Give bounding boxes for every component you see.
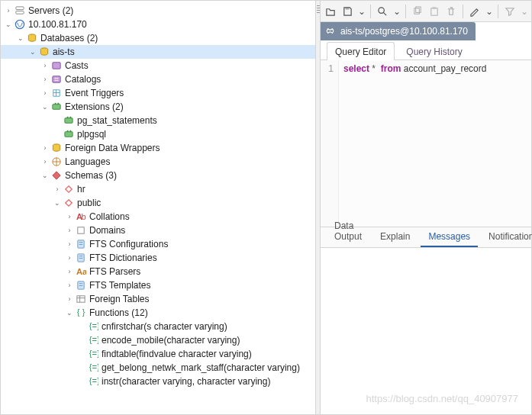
chevron-right-icon[interactable]: › xyxy=(40,88,50,98)
filter-icon xyxy=(502,3,517,20)
event-icon xyxy=(50,87,63,99)
chevron-right-icon[interactable]: › xyxy=(65,253,74,262)
chevron-down-icon[interactable]: ⌄ xyxy=(16,34,25,43)
chevron-down-icon[interactable]: ⌄ xyxy=(53,198,62,208)
tree-node[interactable]: ›Collations xyxy=(1,210,315,224)
tree-node[interactable]: ›Catalogs xyxy=(1,72,315,86)
tree-node[interactable]: ›Casts xyxy=(1,59,315,72)
tree-node[interactable]: ⌄public xyxy=(1,196,315,210)
toolbar-separator xyxy=(463,5,463,18)
chevron-right-icon[interactable]: › xyxy=(40,61,50,70)
code-token: select xyxy=(343,63,369,74)
func-icon xyxy=(75,307,87,319)
chevron-down-icon[interactable]: ⌄ xyxy=(484,3,494,20)
chevron-down-icon[interactable]: ⌄ xyxy=(28,47,37,56)
tree-node[interactable]: ›Foreign Data Wrappers xyxy=(1,141,315,155)
results-tab[interactable]: Explain xyxy=(372,227,418,247)
chevron-right-icon[interactable]: › xyxy=(65,240,74,249)
tree-node[interactable]: ⌄10.100.81.170 xyxy=(1,18,315,31)
open-icon[interactable] xyxy=(323,3,338,20)
editor-code[interactable]: select * from account_pay_record xyxy=(339,60,531,227)
pgserver-icon xyxy=(14,18,26,31)
chevron-down-icon[interactable]: ⌄ xyxy=(4,20,13,29)
ext-item-icon xyxy=(63,114,75,127)
chevron-right-icon[interactable]: › xyxy=(65,267,74,276)
chevron-right-icon[interactable]: › xyxy=(4,6,13,15)
copy-icon xyxy=(410,3,425,20)
tree-node[interactable]: ⌄Databases (2) xyxy=(1,31,315,45)
tree-node[interactable]: ›FTS Dictionaries xyxy=(1,251,315,265)
domain-icon xyxy=(75,224,87,236)
tree-node[interactable]: ⌄Functions (12) xyxy=(1,306,315,320)
find-icon[interactable] xyxy=(375,3,390,20)
tree-node[interactable]: findtable(findvalue character varying) xyxy=(1,347,315,361)
tree-node[interactable]: pg_stat_statements xyxy=(1,114,315,127)
connection-tab[interactable]: ais-ts/postgres@10.100.81.170 xyxy=(321,22,476,40)
tree-node-label: ais-ts xyxy=(53,47,75,57)
tree-node-label: findtable(findvalue character varying) xyxy=(102,349,252,359)
chevron-down-icon[interactable]: ⌄ xyxy=(65,308,74,317)
chevron-right-icon[interactable]: › xyxy=(65,294,74,304)
object-browser-tree[interactable]: ›Servers (2)⌄10.100.81.170⌄Databases (2)… xyxy=(1,1,316,414)
tree-node[interactable]: instr(character varying, character varyi… xyxy=(1,375,315,388)
tree-node[interactable]: ⌄ais-ts xyxy=(1,45,315,59)
tree-node-label: FTS Configurations xyxy=(89,239,168,249)
results-body xyxy=(321,248,531,414)
tree-node[interactable]: ⌄Schemas (3) xyxy=(1,169,315,182)
tree-node[interactable]: ›Domains xyxy=(1,224,315,237)
tree-node[interactable]: ›Foreign Tables xyxy=(1,292,315,306)
chevron-right-icon[interactable]: › xyxy=(65,281,74,290)
results-tab[interactable]: Messages xyxy=(421,227,478,247)
lang-icon xyxy=(50,156,63,168)
tree-node[interactable]: ›Servers (2) xyxy=(1,4,315,18)
code-token: from xyxy=(378,63,403,74)
ext-item-icon xyxy=(63,128,75,140)
chevron-right-icon[interactable]: › xyxy=(65,212,74,221)
tree-node-label: Databases (2) xyxy=(40,33,98,43)
tree-node[interactable]: ›hr xyxy=(1,182,315,196)
tree-node[interactable]: plpgsql xyxy=(1,127,315,141)
edit-icon[interactable] xyxy=(467,3,482,20)
func-fn-icon xyxy=(87,348,99,360)
tree-node-label: Catalogs xyxy=(65,74,101,85)
chevron-right-icon[interactable]: › xyxy=(65,226,74,235)
tree-node-label: encode_mobile(character varying) xyxy=(102,335,240,346)
chevron-right-icon[interactable]: › xyxy=(40,157,50,166)
collation-icon xyxy=(75,211,87,223)
tree-node-label: FTS Templates xyxy=(89,280,150,291)
query-toolbar: ⌄⌄⌄⌄ xyxy=(321,1,531,22)
tree-node-label: 10.100.81.170 xyxy=(28,19,87,30)
chevron-down-icon[interactable]: ⌄ xyxy=(392,3,401,20)
chevron-right-icon[interactable]: › xyxy=(53,185,62,194)
tree-node-label: Functions (12) xyxy=(89,307,148,318)
tree-node-label: Domains xyxy=(89,225,125,236)
sql-editor[interactable]: 1 select * from account_pay_record xyxy=(321,60,531,227)
chevron-right-icon[interactable]: › xyxy=(40,75,50,84)
tree-node[interactable]: cnfirstchar(s character varying) xyxy=(1,320,315,333)
tree-node[interactable]: encode_mobile(character varying) xyxy=(1,333,315,347)
chevron-down-icon[interactable]: ⌄ xyxy=(356,3,366,20)
splitter[interactable] xyxy=(316,1,321,414)
tree-node[interactable]: ›Languages xyxy=(1,155,315,169)
save-icon[interactable] xyxy=(340,3,355,20)
tree-node[interactable]: ›FTS Templates xyxy=(1,278,315,292)
editor-tab-bar: Query EditorQuery History xyxy=(321,40,531,60)
results-tab[interactable]: Data Output xyxy=(327,216,369,247)
chevron-down-icon[interactable]: ⌄ xyxy=(40,102,50,111)
tree-node[interactable]: get_belong_netwk_mark_staff(character va… xyxy=(1,361,315,375)
chevron-down-icon[interactable]: ⌄ xyxy=(40,171,50,180)
tree-node[interactable]: ›Event Triggers xyxy=(1,86,315,100)
editor-tab[interactable]: Query Editor xyxy=(327,42,395,60)
tree-node-label: Collations xyxy=(89,211,130,222)
ftable-icon xyxy=(75,293,87,305)
toolbar-separator xyxy=(405,5,406,18)
tree-node-label: plpgsql xyxy=(77,129,106,140)
editor-tab[interactable]: Query History xyxy=(398,42,470,60)
tree-node[interactable]: ›FTS Parsers xyxy=(1,265,315,278)
results-tab[interactable]: Notifications xyxy=(481,227,532,247)
tree-node[interactable]: ⌄Extensions (2) xyxy=(1,100,315,114)
tree-node-label: pg_stat_statements xyxy=(77,115,157,126)
chevron-right-icon[interactable]: › xyxy=(40,143,50,153)
tree-node[interactable]: ›FTS Configurations xyxy=(1,237,315,251)
tree-node-label: cnfirstchar(s character varying) xyxy=(102,321,227,332)
